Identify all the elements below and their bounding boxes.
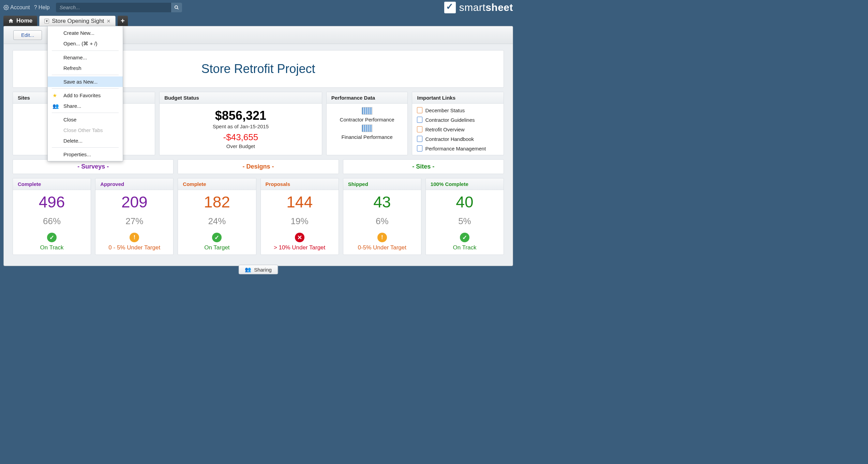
link-item[interactable]: Performance Management — [417, 145, 499, 151]
report-icon[interactable] — [362, 125, 373, 132]
menu-save-as-new[interactable]: Save as New... — [48, 76, 123, 87]
kpi-percent: 27% — [98, 216, 171, 227]
top-bar: Account ? Help smartsheet — [0, 0, 517, 15]
kpi-percent: 66% — [15, 216, 89, 227]
home-icon — [8, 18, 14, 24]
kpi-percent: 5% — [428, 216, 502, 227]
ppt-file-icon — [417, 107, 422, 113]
financial-perf-link[interactable]: Financial Performance — [342, 134, 393, 140]
status-ok-icon: ✓ — [460, 233, 469, 242]
menu-share[interactable]: 👥Share... — [48, 101, 123, 111]
kpi-number: 43 — [345, 193, 419, 211]
search-field — [56, 3, 182, 12]
menu-refresh[interactable]: Refresh — [48, 63, 123, 73]
link-item[interactable]: Retrofit Overview — [417, 126, 499, 132]
links-widget: Important Links December StatusContracto… — [412, 92, 504, 155]
link-item[interactable]: Contractor Guidelines — [417, 117, 499, 123]
link-item[interactable]: December Status — [417, 107, 499, 113]
tab-add[interactable]: + — [118, 16, 128, 26]
account-link[interactable]: Account — [3, 4, 30, 11]
tab-close-icon[interactable]: × — [107, 18, 110, 24]
tab-strip: Home ▼ Store Opening Sight × + — [0, 15, 517, 26]
people-icon: 👥 — [245, 266, 251, 273]
sharing-button[interactable]: 👥 Sharing — [238, 265, 278, 274]
section-sites-label: - Sites - — [412, 163, 434, 170]
kpi-percent: 24% — [180, 216, 254, 227]
menu-create-new[interactable]: Create New... — [48, 28, 123, 38]
kpi-card: Shipped436%!0-5% Under Target — [343, 178, 421, 255]
performance-widget: Performance Data Contractor Performance … — [326, 92, 408, 155]
kpi-status-text: 0 - 5% Under Target — [98, 244, 171, 251]
menu-delete[interactable]: Delete... — [48, 135, 123, 146]
star-icon: ★ — [53, 92, 57, 99]
kpi-number: 209 — [98, 193, 171, 211]
contractor-perf-link[interactable]: Contractor Performance — [340, 117, 394, 122]
search-input[interactable] — [56, 3, 182, 12]
menu-open[interactable]: Open... (⌘ + /) — [48, 38, 123, 49]
svg-point-1 — [175, 5, 177, 8]
kpi-status-text: > 10% Under Target — [263, 244, 336, 251]
kpi-number: 496 — [15, 193, 89, 211]
budget-widget: Budget Status $856,321 Spent as of Jan-1… — [159, 92, 322, 155]
menu-close[interactable]: Close — [48, 114, 123, 125]
kpi-percent: 19% — [263, 216, 336, 227]
section-row: - Surveys - - Designs - - Sites - — [13, 159, 504, 174]
kpi-percent: 6% — [345, 216, 419, 227]
section-designs: - Designs - — [178, 159, 339, 174]
kpi-status-text: 0-5% Under Target — [345, 244, 419, 251]
logo-text-light: smart — [459, 2, 486, 13]
link-item[interactable]: Contractor Handbook — [417, 136, 499, 142]
kpi-title: Shipped — [343, 178, 421, 190]
sharing-label: Sharing — [254, 267, 272, 273]
budget-spent: $856,321 — [163, 108, 318, 123]
kpi-status-text: On Track — [15, 244, 89, 251]
section-designs-label: - Designs - — [242, 163, 274, 170]
kpi-card: Approved20927%!0 - 5% Under Target — [95, 178, 174, 255]
search-button[interactable] — [171, 3, 182, 12]
report-icon[interactable] — [362, 107, 373, 115]
help-icon: ? — [34, 4, 37, 11]
edit-button[interactable]: Edit... — [13, 30, 42, 40]
link-label: December Status — [425, 107, 465, 113]
menu-favorites-label: Add to Favorites — [63, 92, 101, 98]
link-label: Contractor Guidelines — [425, 117, 475, 123]
menu-separator — [52, 113, 119, 113]
kpi-title: Complete — [178, 178, 256, 190]
menu-separator — [52, 75, 119, 75]
menu-rename[interactable]: Rename... — [48, 52, 123, 63]
section-surveys-label: - Surveys - — [77, 163, 109, 170]
doc-file-icon — [417, 136, 422, 142]
search-icon — [174, 5, 179, 10]
status-ok-icon: ✓ — [47, 233, 57, 242]
doc-file-icon — [417, 145, 422, 151]
section-surveys: - Surveys - — [13, 159, 174, 174]
tab-menu-caret[interactable]: ▼ — [44, 19, 49, 24]
menu-close-others: Close Other Tabs — [48, 125, 123, 135]
page-title: Store Retrofit Project — [201, 62, 315, 76]
kpi-card: Complete49666%✓On Track — [13, 178, 91, 255]
kpi-status-text: On Target — [180, 244, 254, 251]
budget-header: Budget Status — [160, 92, 322, 104]
people-icon: 👥 — [53, 103, 59, 109]
status-warn-icon: ! — [130, 233, 139, 242]
svg-point-0 — [5, 7, 7, 8]
account-label: Account — [10, 4, 30, 11]
menu-properties[interactable]: Properties... — [48, 149, 123, 160]
tab-context-menu: Create New... Open... (⌘ + /) Rename... … — [47, 26, 123, 161]
logo-check-icon — [444, 2, 456, 13]
budget-over: -$43,655 — [163, 132, 318, 143]
doc-file-icon — [417, 117, 422, 123]
menu-add-favorites[interactable]: ★Add to Favorites — [48, 90, 123, 101]
ppt-file-icon — [417, 126, 422, 132]
status-ok-icon: ✓ — [212, 233, 222, 242]
tab-home[interactable]: Home — [3, 16, 37, 26]
links-header: Important Links — [412, 92, 504, 104]
help-link[interactable]: ? Help — [34, 4, 50, 11]
tab-active[interactable]: ▼ Store Opening Sight × — [39, 16, 116, 26]
link-label: Retrofit Overview — [425, 127, 464, 132]
kpi-row: Complete49666%✓On TrackApproved20927%!0 … — [13, 178, 504, 255]
menu-separator — [52, 147, 119, 148]
tab-active-label: Store Opening Sight — [52, 18, 104, 25]
link-label: Contractor Handbook — [425, 136, 474, 142]
plus-icon: + — [121, 17, 125, 25]
